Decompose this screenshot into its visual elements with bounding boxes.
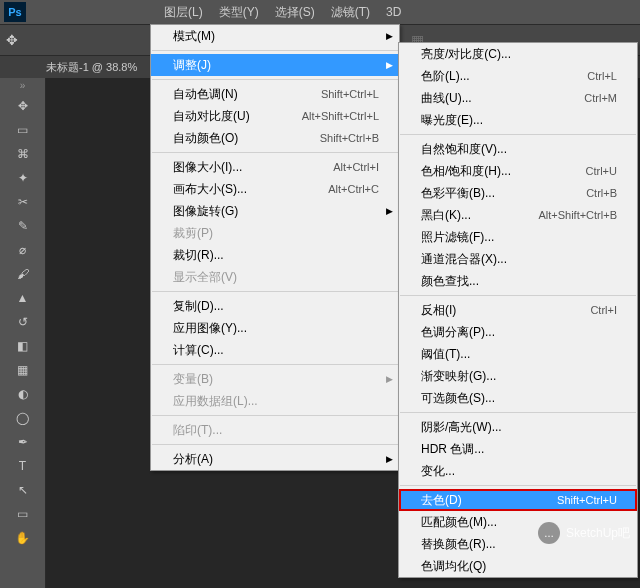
menu-item-label: 图像大小(I)... [173,159,242,176]
adjustments-menu-item[interactable]: HDR 色调... [399,438,637,460]
menu-item-shortcut: Shift+Ctrl+U [557,494,617,506]
adjustments-menu-item[interactable]: 黑白(K)...Alt+Shift+Ctrl+B [399,204,637,226]
adjustments-menu-item[interactable]: 色彩平衡(B)...Ctrl+B [399,182,637,204]
image-menu-item[interactable]: 自动色调(N)Shift+Ctrl+L [151,83,399,105]
adjustments-menu-item[interactable]: 去色(D)Shift+Ctrl+U [399,489,637,511]
history-brush-tool[interactable]: ↺ [13,312,33,332]
adjustments-menu-item[interactable]: 色相/饱和度(H)...Ctrl+U [399,160,637,182]
menu-item-label: 变量(B) [173,371,213,388]
menu-item-label: 显示全部(V) [173,269,237,286]
adjustments-menu-item[interactable]: 可选颜色(S)... [399,387,637,409]
adjustments-menu-item[interactable]: 反相(I)Ctrl+I [399,299,637,321]
menu-item-shortcut: Alt+Ctrl+I [333,161,379,173]
menu-separator [400,295,636,296]
image-menu-item[interactable]: 分析(A)▶ [151,448,399,470]
image-menu-item[interactable]: 裁切(R)... [151,244,399,266]
menubar-item-select[interactable]: 选择(S) [267,0,323,25]
image-menu-item: 显示全部(V) [151,266,399,288]
menu-item-label: 替换颜色(R)... [421,536,496,553]
menu-item-label: 画布大小(S)... [173,181,247,198]
image-menu-item[interactable]: 应用图像(Y)... [151,317,399,339]
menu-separator [152,444,398,445]
adjustments-menu-item[interactable]: 色调分离(P)... [399,321,637,343]
collapse-icon[interactable]: » [3,80,43,92]
menu-item-label: 陷印(T)... [173,422,222,439]
menubar-item-3d[interactable]: 3D [378,1,409,23]
menu-item-label: 裁剪(P) [173,225,213,242]
menu-item-label: 阈值(T)... [421,346,470,363]
eraser-tool[interactable]: ◧ [13,336,33,356]
menu-item-label: 色调分离(P)... [421,324,495,341]
adjustments-menu-item[interactable]: 阴影/高光(W)... [399,416,637,438]
wand-tool[interactable]: ✦ [13,168,33,188]
hand-tool[interactable]: ✋ [13,528,33,548]
watermark: … SketchUp吧 [538,522,630,544]
type-tool[interactable]: T [13,456,33,476]
adjustments-menu-item[interactable]: 阈值(T)... [399,343,637,365]
adjustments-menu-item[interactable]: 曝光度(E)... [399,109,637,131]
image-menu-item[interactable]: 模式(M)▶ [151,25,399,47]
adjustments-menu-item[interactable]: 颜色查找... [399,270,637,292]
menu-item-label: 颜色查找... [421,273,479,290]
lasso-tool[interactable]: ⌘ [13,144,33,164]
image-menu-item[interactable]: 图像旋转(G)▶ [151,200,399,222]
menu-item-label: 曝光度(E)... [421,112,483,129]
menu-item-label: 反相(I) [421,302,456,319]
menu-item-label: 色阶(L)... [421,68,470,85]
menu-item-shortcut: Alt+Shift+Ctrl+B [538,209,617,221]
adjustments-menu-item[interactable]: 照片滤镜(F)... [399,226,637,248]
adjustments-menu-item[interactable]: 渐变映射(G)... [399,365,637,387]
menu-item-label: 去色(D) [421,492,462,509]
menu-item-label: 应用图像(Y)... [173,320,247,337]
healing-tool[interactable]: ⌀ [13,240,33,260]
submenu-arrow-icon: ▶ [386,454,393,464]
brush-tool[interactable]: 🖌 [13,264,33,284]
menu-item-shortcut: Shift+Ctrl+L [321,88,379,100]
pen-tool[interactable]: ✒ [13,432,33,452]
adjustments-menu-item[interactable]: 亮度/对比度(C)... [399,43,637,65]
tools-panel: » ✥ ▭ ⌘ ✦ ✂ ✎ ⌀ 🖌 ▲ ↺ ◧ ▦ ◐ ◯ ✒ T ↖ ▭ ✋ [0,78,46,588]
menu-item-label: 模式(M) [173,28,215,45]
image-menu-item[interactable]: 画布大小(S)...Alt+Ctrl+C [151,178,399,200]
menu-item-label: 分析(A) [173,451,213,468]
menu-item-shortcut: Ctrl+U [586,165,617,177]
dodge-tool[interactable]: ◯ [13,408,33,428]
menu-item-label: 变化... [421,463,455,480]
path-tool[interactable]: ↖ [13,480,33,500]
eyedropper-tool[interactable]: ✎ [13,216,33,236]
adjustments-menu-item[interactable]: 曲线(U)...Ctrl+M [399,87,637,109]
image-menu-item[interactable]: 计算(C)... [151,339,399,361]
adjustments-menu-item[interactable]: 色阶(L)...Ctrl+L [399,65,637,87]
watermark-label: SketchUp吧 [566,525,630,542]
adjustments-menu-item[interactable]: 通道混合器(X)... [399,248,637,270]
menubar-item-filter[interactable]: 滤镜(T) [323,0,378,25]
crop-tool[interactable]: ✂ [13,192,33,212]
blur-tool[interactable]: ◐ [13,384,33,404]
menu-item-shortcut: Alt+Ctrl+C [328,183,379,195]
image-menu-item[interactable]: 调整(J)▶ [151,54,399,76]
menu-item-label: 可选颜色(S)... [421,390,495,407]
menu-item-label: 自然饱和度(V)... [421,141,507,158]
submenu-arrow-icon: ▶ [386,60,393,70]
move-tool[interactable]: ✥ [13,96,33,116]
menu-item-label: 裁切(R)... [173,247,224,264]
marquee-tool[interactable]: ▭ [13,120,33,140]
menubar-item-layer[interactable]: 图层(L) [156,0,211,25]
stamp-tool[interactable]: ▲ [13,288,33,308]
menu-item-label: 渐变映射(G)... [421,368,496,385]
shape-tool[interactable]: ▭ [13,504,33,524]
menu-item-label: 匹配颜色(M)... [421,514,497,531]
image-menu-item[interactable]: 自动对比度(U)Alt+Shift+Ctrl+L [151,105,399,127]
gradient-tool[interactable]: ▦ [13,360,33,380]
adjustments-menu-item[interactable]: 自然饱和度(V)... [399,138,637,160]
image-menu-item[interactable]: 复制(D)... [151,295,399,317]
menubar-item-type[interactable]: 类型(Y) [211,0,267,25]
menu-item-shortcut: Alt+Shift+Ctrl+L [302,110,379,122]
adjustments-menu-item[interactable]: 色调均化(Q) [399,555,637,577]
chat-icon: … [538,522,560,544]
image-menu-item: 变量(B)▶ [151,368,399,390]
adjustments-menu-item[interactable]: 变化... [399,460,637,482]
menu-item-shortcut: Shift+Ctrl+B [320,132,379,144]
image-menu-item[interactable]: 自动颜色(O)Shift+Ctrl+B [151,127,399,149]
image-menu-item[interactable]: 图像大小(I)...Alt+Ctrl+I [151,156,399,178]
